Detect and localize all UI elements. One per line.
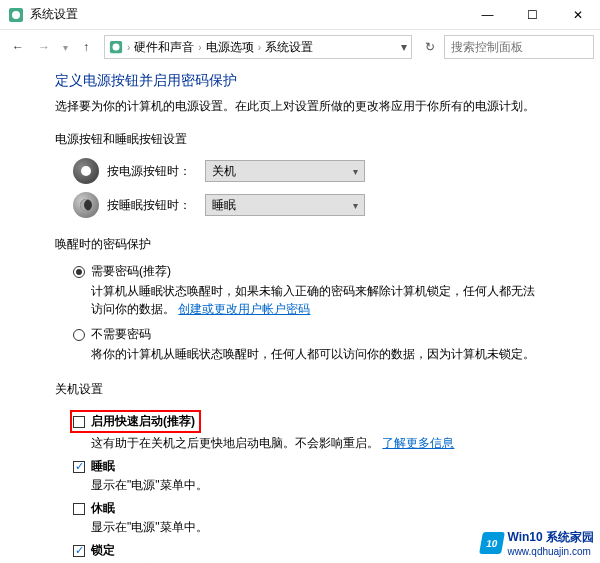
watermark-logo-icon: 10 — [479, 532, 505, 554]
minimize-button[interactable]: — — [465, 0, 510, 30]
sleep-icon — [73, 192, 99, 218]
watermark-url: www.qdhuajin.com — [507, 546, 594, 557]
sleep-button-row: 按睡眠按钮时： 睡眠 ▾ — [73, 192, 545, 218]
sleep-button-select[interactable]: 睡眠 ▾ — [205, 194, 365, 216]
forward-button[interactable]: → — [32, 35, 56, 59]
sleep-button-label: 按睡眠按钮时： — [107, 197, 197, 214]
maximize-button[interactable]: ☐ — [510, 0, 555, 30]
search-input[interactable] — [451, 40, 600, 54]
control-panel-icon — [8, 7, 24, 23]
checkbox-label: 睡眠 — [91, 458, 115, 475]
checkbox-row-hibernate: 休眠 — [73, 500, 545, 517]
radio-no-password[interactable]: 不需要密码 — [73, 326, 545, 343]
breadcrumb[interactable]: › 硬件和声音 › 电源选项 › 系统设置 ▾ — [104, 35, 412, 59]
power-button-value: 关机 — [212, 163, 236, 180]
close-button[interactable]: ✕ — [555, 0, 600, 30]
section-power-buttons: 电源按钮和睡眠按钮设置 — [55, 131, 545, 148]
checkbox-fast-startup[interactable] — [73, 416, 85, 428]
chevron-right-icon: › — [198, 42, 201, 53]
titlebar: 系统设置 — ☐ ✕ — [0, 0, 600, 30]
power-icon — [73, 158, 99, 184]
checkbox-label: 休眠 — [91, 500, 115, 517]
watermark: 10 Win10 系统家园 www.qdhuajin.com — [481, 529, 594, 557]
svg-point-3 — [113, 44, 120, 51]
checkbox-row-lock: ✓ 锁定 — [73, 542, 545, 559]
page-subtitle: 选择要为你的计算机的电源设置。在此页上对设置所做的更改将应用于你所有的电源计划。 — [55, 98, 545, 115]
highlighted-fast-startup: 启用快速启动(推荐) — [70, 410, 201, 433]
chevron-right-icon: › — [258, 42, 261, 53]
checkbox-lock[interactable]: ✓ — [73, 545, 85, 557]
window-title: 系统设置 — [30, 6, 465, 23]
radio-input-unchecked[interactable] — [73, 329, 85, 341]
navbar: ← → ▾ ↑ › 硬件和声音 › 电源选项 › 系统设置 ▾ ↻ 🔍 — [0, 30, 600, 64]
refresh-button[interactable]: ↻ — [418, 35, 442, 59]
breadcrumb-root-icon — [109, 40, 123, 54]
breadcrumb-dropdown[interactable]: ▾ — [401, 40, 407, 54]
checkbox-desc: 这有助于在关机之后更快地启动电脑。不会影响重启。 了解更多信息 — [91, 435, 545, 452]
radio-desc: 将你的计算机从睡眠状态唤醒时，任何人都可以访问你的数据，因为计算机未锁定。 — [91, 345, 545, 363]
radio-input-checked[interactable] — [73, 266, 85, 278]
section-shutdown: 关机设置 — [55, 381, 545, 398]
chevron-down-icon: ▾ — [353, 200, 358, 211]
power-button-select[interactable]: 关机 ▾ — [205, 160, 365, 182]
chevron-down-icon: ▾ — [353, 166, 358, 177]
back-button[interactable]: ← — [6, 35, 30, 59]
sleep-button-value: 睡眠 — [212, 197, 236, 214]
radio-label: 需要密码(推荐) — [91, 263, 171, 280]
content: 定义电源按钮并启用密码保护 选择要为你的计算机的电源设置。在此页上对设置所做的更… — [0, 64, 600, 563]
page-heading: 定义电源按钮并启用密码保护 — [55, 72, 545, 90]
link-create-password[interactable]: 创建或更改用户帐户密码 — [178, 302, 310, 316]
history-dropdown[interactable]: ▾ — [58, 35, 72, 59]
chevron-right-icon: › — [127, 42, 130, 53]
link-learn-more[interactable]: 了解更多信息 — [382, 436, 454, 450]
checkbox-hibernate[interactable] — [73, 503, 85, 515]
breadcrumb-seg-power[interactable]: 电源选项 — [206, 39, 254, 56]
section-wake-password: 唤醒时的密码保护 — [55, 236, 545, 253]
power-button-row: 按电源按钮时： 关机 ▾ — [73, 158, 545, 184]
radio-desc: 计算机从睡眠状态唤醒时，如果未输入正确的密码来解除计算机锁定，任何人都无法访问你… — [91, 282, 545, 318]
up-button[interactable]: ↑ — [74, 35, 98, 59]
radio-label: 不需要密码 — [91, 326, 151, 343]
checkbox-label: 锁定 — [91, 542, 115, 559]
window-controls: — ☐ ✕ — [465, 0, 600, 30]
checkbox-desc: 显示在"电源"菜单中。 — [91, 477, 545, 494]
search-box[interactable]: 🔍 — [444, 35, 594, 59]
watermark-brand: Win10 系统家园 — [507, 529, 594, 546]
breadcrumb-seg-hardware[interactable]: 硬件和声音 — [134, 39, 194, 56]
checkbox-row-sleep: ✓ 睡眠 — [73, 458, 545, 475]
checkbox-sleep[interactable]: ✓ — [73, 461, 85, 473]
radio-require-password[interactable]: 需要密码(推荐) — [73, 263, 545, 280]
checkbox-desc: 显示在"电源"菜单中。 — [91, 519, 545, 536]
checkbox-label: 启用快速启动(推荐) — [91, 413, 195, 430]
power-button-label: 按电源按钮时： — [107, 163, 197, 180]
breadcrumb-seg-current[interactable]: 系统设置 — [265, 39, 313, 56]
svg-point-1 — [12, 11, 20, 19]
